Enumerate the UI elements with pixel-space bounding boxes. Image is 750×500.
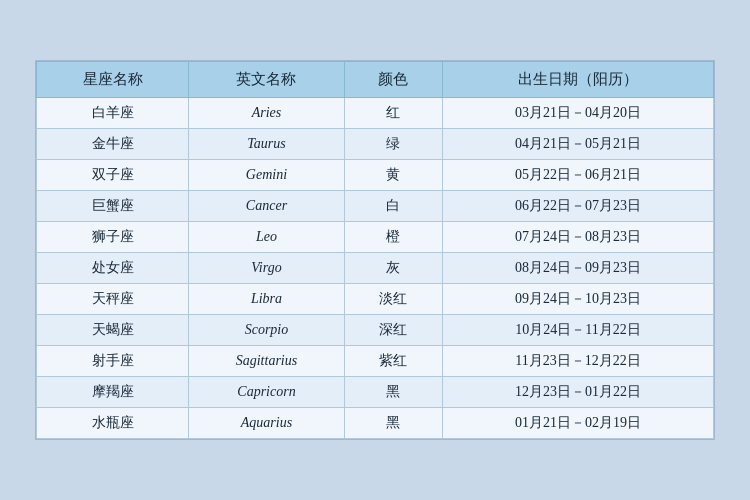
- header-chinese-name: 星座名称: [37, 62, 189, 98]
- cell-english-name: Scorpio: [189, 315, 344, 346]
- cell-dates: 11月23日－12月22日: [443, 346, 714, 377]
- cell-chinese-name: 射手座: [37, 346, 189, 377]
- cell-dates: 10月24日－11月22日: [443, 315, 714, 346]
- cell-chinese-name: 摩羯座: [37, 377, 189, 408]
- cell-dates: 08月24日－09月23日: [443, 253, 714, 284]
- cell-chinese-name: 处女座: [37, 253, 189, 284]
- cell-dates: 09月24日－10月23日: [443, 284, 714, 315]
- zodiac-table: 星座名称 英文名称 颜色 出生日期（阳历） 白羊座Aries红03月21日－04…: [36, 61, 714, 439]
- table-row: 天秤座Libra淡红09月24日－10月23日: [37, 284, 714, 315]
- cell-chinese-name: 巨蟹座: [37, 191, 189, 222]
- cell-english-name: Libra: [189, 284, 344, 315]
- cell-chinese-name: 双子座: [37, 160, 189, 191]
- table-row: 水瓶座Aquarius黑01月21日－02月19日: [37, 408, 714, 439]
- cell-dates: 03月21日－04月20日: [443, 98, 714, 129]
- zodiac-table-container: 星座名称 英文名称 颜色 出生日期（阳历） 白羊座Aries红03月21日－04…: [35, 60, 715, 440]
- table-body: 白羊座Aries红03月21日－04月20日金牛座Taurus绿04月21日－0…: [37, 98, 714, 439]
- header-english-name: 英文名称: [189, 62, 344, 98]
- cell-color: 绿: [344, 129, 443, 160]
- cell-dates: 01月21日－02月19日: [443, 408, 714, 439]
- cell-chinese-name: 水瓶座: [37, 408, 189, 439]
- cell-color: 白: [344, 191, 443, 222]
- table-row: 白羊座Aries红03月21日－04月20日: [37, 98, 714, 129]
- cell-color: 黑: [344, 408, 443, 439]
- table-row: 摩羯座Capricorn黑12月23日－01月22日: [37, 377, 714, 408]
- table-row: 天蝎座Scorpio深红10月24日－11月22日: [37, 315, 714, 346]
- cell-color: 淡红: [344, 284, 443, 315]
- cell-chinese-name: 金牛座: [37, 129, 189, 160]
- table-row: 射手座Sagittarius紫红11月23日－12月22日: [37, 346, 714, 377]
- cell-color: 橙: [344, 222, 443, 253]
- cell-english-name: Taurus: [189, 129, 344, 160]
- table-row: 双子座Gemini黄05月22日－06月21日: [37, 160, 714, 191]
- cell-english-name: Aries: [189, 98, 344, 129]
- table-row: 处女座Virgo灰08月24日－09月23日: [37, 253, 714, 284]
- table-row: 狮子座Leo橙07月24日－08月23日: [37, 222, 714, 253]
- cell-color: 红: [344, 98, 443, 129]
- cell-english-name: Gemini: [189, 160, 344, 191]
- cell-chinese-name: 天秤座: [37, 284, 189, 315]
- header-color: 颜色: [344, 62, 443, 98]
- cell-color: 黑: [344, 377, 443, 408]
- cell-english-name: Leo: [189, 222, 344, 253]
- cell-english-name: Capricorn: [189, 377, 344, 408]
- cell-color: 黄: [344, 160, 443, 191]
- cell-dates: 07月24日－08月23日: [443, 222, 714, 253]
- cell-color: 紫红: [344, 346, 443, 377]
- cell-color: 灰: [344, 253, 443, 284]
- cell-dates: 12月23日－01月22日: [443, 377, 714, 408]
- cell-color: 深红: [344, 315, 443, 346]
- cell-english-name: Cancer: [189, 191, 344, 222]
- cell-english-name: Aquarius: [189, 408, 344, 439]
- cell-dates: 04月21日－05月21日: [443, 129, 714, 160]
- table-row: 巨蟹座Cancer白06月22日－07月23日: [37, 191, 714, 222]
- cell-dates: 06月22日－07月23日: [443, 191, 714, 222]
- cell-chinese-name: 白羊座: [37, 98, 189, 129]
- table-row: 金牛座Taurus绿04月21日－05月21日: [37, 129, 714, 160]
- table-header-row: 星座名称 英文名称 颜色 出生日期（阳历）: [37, 62, 714, 98]
- cell-english-name: Sagittarius: [189, 346, 344, 377]
- cell-english-name: Virgo: [189, 253, 344, 284]
- cell-dates: 05月22日－06月21日: [443, 160, 714, 191]
- header-dates: 出生日期（阳历）: [443, 62, 714, 98]
- cell-chinese-name: 狮子座: [37, 222, 189, 253]
- cell-chinese-name: 天蝎座: [37, 315, 189, 346]
